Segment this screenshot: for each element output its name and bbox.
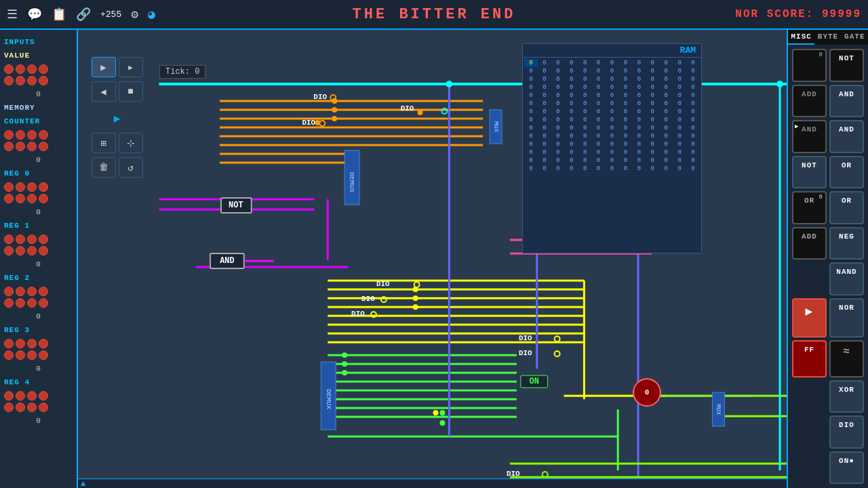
ram-cell: 0 bbox=[632, 165, 646, 173]
ram-cell: 0 bbox=[538, 67, 551, 75]
svg-text:ON: ON bbox=[530, 377, 539, 386]
ram-cell: 0 bbox=[606, 100, 619, 108]
canvas-area[interactable]: Tick: 0 ▶ ▶ ◀ ■ ▶ ⊞ ⊹ 🗑 ↺ bbox=[78, 30, 787, 488]
dot bbox=[27, 246, 37, 256]
ram-cell: 0 bbox=[659, 132, 673, 140]
ram-cell: 0 bbox=[524, 83, 538, 92]
ram-cell: 0 bbox=[538, 165, 551, 173]
ram-cell: 0 bbox=[592, 83, 606, 92]
ram-cell: 0 bbox=[646, 116, 659, 124]
dot bbox=[4, 403, 14, 412]
ram-cell: 0 bbox=[659, 124, 673, 132]
gate-btn-on[interactable]: ON● bbox=[829, 451, 864, 485]
menu-icon[interactable]: ☰ bbox=[7, 7, 18, 22]
ram-cell: 0 bbox=[578, 157, 592, 165]
dot bbox=[4, 130, 14, 140]
gate-btn-add2[interactable]: ADD bbox=[792, 227, 827, 260]
gate-btn-xor[interactable]: XOR bbox=[829, 380, 864, 413]
gate-btn-or2[interactable]: OR bbox=[829, 191, 864, 224]
dot bbox=[39, 235, 48, 244]
gate-btn-or1[interactable]: OR bbox=[829, 156, 864, 189]
svg-text:DEMUX: DEMUX bbox=[348, 172, 355, 192]
ram-cell: 0 bbox=[632, 124, 646, 132]
ram-cell: 0 bbox=[673, 140, 686, 148]
svg-point-79 bbox=[414, 282, 420, 287]
ram-cell: 0 bbox=[686, 157, 700, 165]
gate-btn-not[interactable]: NOT bbox=[829, 49, 864, 82]
ram-cell: 0 bbox=[618, 59, 632, 67]
gate-btn-selected[interactable]: 0 bbox=[792, 49, 827, 82]
network-icon[interactable]: 🔗 bbox=[76, 7, 91, 22]
ram-cell: 0 bbox=[578, 148, 592, 157]
gate-btn-xor-icon[interactable]: ≈ bbox=[829, 340, 864, 378]
gate-btn-not2[interactable]: NOT bbox=[792, 156, 827, 189]
gate-btn-nand[interactable]: NAND bbox=[829, 262, 864, 296]
dot bbox=[4, 182, 14, 192]
gate-grid: 0 NOT ADD AND ▶ AND AND NOT OR 0 OR OR A… bbox=[788, 45, 868, 488]
svg-text:DEMUX: DEMUX bbox=[325, 389, 332, 409]
clipboard-icon[interactable]: 📋 bbox=[52, 7, 66, 22]
reg2-dots bbox=[4, 287, 73, 308]
tab-byte[interactable]: BYTE bbox=[814, 30, 841, 45]
ram-cell: 0 bbox=[659, 92, 673, 100]
dot bbox=[39, 403, 48, 412]
gate-btn-zero[interactable]: 0 OR bbox=[792, 191, 827, 224]
svg-text:DIO: DIO bbox=[361, 295, 375, 303]
tab-gate[interactable]: GATE bbox=[842, 30, 868, 45]
gate-btn-and2[interactable]: AND bbox=[829, 120, 864, 153]
ram-cell: 0 bbox=[565, 67, 578, 75]
ram-cell: 0 bbox=[565, 132, 578, 140]
value-num: 0 bbox=[4, 90, 73, 98]
ram-cell: 0 bbox=[686, 116, 700, 124]
gate-btn-add[interactable]: ADD bbox=[792, 85, 827, 118]
ram-cell: 0 bbox=[551, 92, 565, 100]
ram-cell: 0 bbox=[686, 148, 700, 157]
ram-cell: 0 bbox=[592, 157, 606, 165]
dot bbox=[39, 287, 48, 296]
ram-cell: 0 bbox=[592, 165, 606, 173]
ram-cell: 0 bbox=[524, 165, 538, 173]
ram-cell: 0 bbox=[551, 157, 565, 165]
ram-cell: 0 bbox=[659, 67, 673, 75]
ram-cell: 0 bbox=[565, 108, 578, 116]
ram-cell: 0 bbox=[551, 116, 565, 124]
dot bbox=[16, 246, 25, 256]
gate-btn-neg[interactable]: NEG bbox=[829, 227, 864, 260]
ram-cell: 0 bbox=[606, 157, 619, 165]
gate-btn-nor[interactable]: NOR bbox=[829, 298, 864, 338]
svg-point-87 bbox=[555, 351, 560, 357]
ram-cell: 0 bbox=[538, 140, 551, 148]
dot bbox=[27, 298, 37, 308]
ram-cell: 0 bbox=[592, 108, 606, 116]
ram-cell: 0 bbox=[673, 92, 686, 100]
gate-btn-ff[interactable]: FF bbox=[792, 340, 827, 378]
scroll-left-icon[interactable]: ▲ bbox=[81, 479, 85, 489]
ram-cell: 0 bbox=[632, 100, 646, 108]
reg2-num: 0 bbox=[4, 312, 73, 321]
ram-cell: 0 bbox=[632, 148, 646, 157]
tab-misc[interactable]: MISC bbox=[788, 30, 814, 45]
ram-cell: 0 bbox=[524, 59, 538, 67]
dot bbox=[4, 391, 14, 401]
ram-cell: 0 bbox=[578, 75, 592, 83]
reg1-num: 0 bbox=[4, 260, 73, 268]
settings-icon[interactable]: ⚙ bbox=[131, 7, 138, 22]
horizontal-scrollbar[interactable]: ▲ bbox=[78, 479, 787, 488]
gate-btn-mux[interactable]: ▶ AND bbox=[792, 120, 827, 153]
svg-point-54 bbox=[342, 361, 347, 367]
ram-cell: 0 bbox=[578, 140, 592, 148]
chat-icon[interactable]: 💬 bbox=[27, 7, 42, 22]
ram-cell: 0 bbox=[551, 165, 565, 173]
reg2-label: REG 2 bbox=[4, 274, 73, 282]
dot bbox=[4, 194, 14, 203]
gate-btn-dio[interactable]: DIO bbox=[829, 415, 864, 449]
svg-text:DIO: DIO bbox=[519, 334, 532, 342]
svg-text:MUX: MUX bbox=[492, 121, 499, 133]
ram-cell: 0 bbox=[686, 132, 700, 140]
ram-cell: 0 bbox=[673, 100, 686, 108]
gate-btn-play[interactable]: ▶ bbox=[792, 298, 827, 338]
ram-cell: 0 bbox=[538, 148, 551, 157]
dot bbox=[4, 339, 14, 348]
gate-btn-and1[interactable]: AND bbox=[829, 85, 864, 118]
counter-label: COUNTER bbox=[4, 117, 73, 125]
